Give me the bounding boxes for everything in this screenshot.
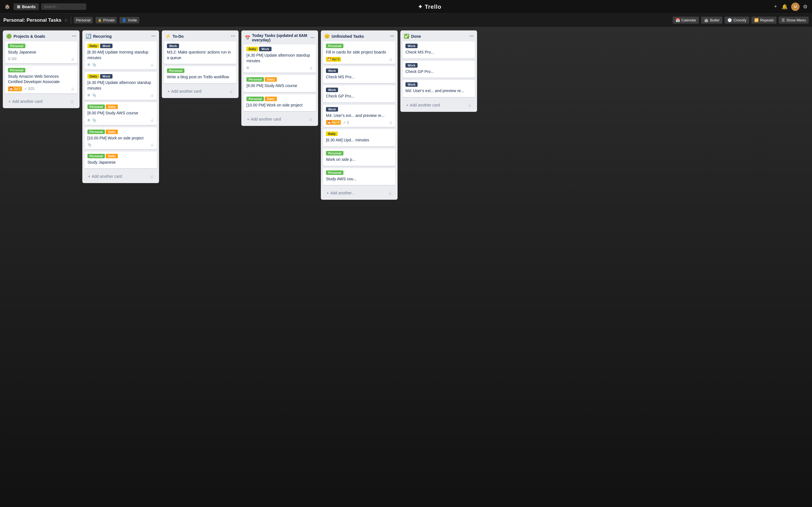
repeats-button[interactable]: 🔁 Repeats — [751, 17, 776, 24]
show-menu-button[interactable]: ☰ Show Menu — [779, 17, 809, 24]
card[interactable]: PersonalDaily[10.00 PM] Work on side pro… — [244, 94, 316, 112]
print-card-icon[interactable]: 🖨 — [71, 57, 74, 61]
card[interactable]: PersonalDailyStudy Japanese — [85, 152, 157, 169]
card-labels: Personal — [8, 68, 74, 72]
card[interactable]: PersonalStudy Amazon Web Services Certif… — [5, 66, 77, 94]
boards-button[interactable]: ⊞ Boards — [13, 3, 39, 10]
print-list-icon[interactable]: 🖨 — [149, 174, 153, 179]
card-title: [4.30 PM] Update afternoon standup minut… — [246, 53, 313, 64]
add-card-button[interactable]: +Add another card🖨 — [85, 172, 157, 181]
add-card-button[interactable]: +Add another card🖨 — [164, 87, 236, 96]
invite-button[interactable]: 👤 Invite — [119, 17, 139, 23]
card-title: [10.00 PM] Work on side project — [87, 135, 154, 141]
card[interactable]: WorkCheck MS Pro... — [323, 66, 395, 83]
cronofy-icon: 🕐 — [727, 18, 732, 22]
list-menu-button[interactable]: ··· — [72, 33, 76, 39]
list-icon: 📅 — [245, 35, 250, 41]
card[interactable]: PersonalWork on side p... — [323, 149, 395, 166]
print-list-icon[interactable]: 🖨 — [229, 89, 233, 94]
card[interactable]: WorkCheck GP Pro... — [403, 61, 475, 78]
avatar[interactable]: U — [791, 3, 800, 11]
label-green: Personal — [326, 170, 343, 175]
card[interactable]: PersonalDaily[8.00 PM] Study AWS course≡… — [85, 102, 157, 125]
label-orange: Daily — [106, 105, 117, 109]
search-input[interactable] — [41, 3, 86, 10]
list-cards: DailyWork[4.30 PM] Update afternoon stan… — [241, 45, 318, 114]
card[interactable]: WorkM3.2: Make questions' actions run in… — [164, 41, 236, 64]
card[interactable]: WorkM4: User's ext... and preview re... — [403, 80, 475, 97]
list-menu-button[interactable]: ··· — [390, 33, 394, 39]
star-button[interactable]: ☆ — [64, 18, 68, 22]
cronofy-button[interactable]: 🕐 Cronofy — [725, 17, 749, 24]
card[interactable]: DailyWork[8.30 AM] Update morning standu… — [85, 41, 157, 69]
print-card-icon[interactable]: 🖨 — [309, 66, 313, 70]
card[interactable]: PersonalStudy AWS cou... — [323, 168, 395, 185]
list-menu-button[interactable]: ··· — [469, 33, 474, 39]
label-green: Personal — [87, 129, 105, 134]
card-footer: ⏰ Apr 9✓ 3🖨 — [326, 120, 393, 125]
add-icon[interactable]: + — [773, 3, 778, 11]
card[interactable]: Daily[8.30 AM] Upd... minutes — [323, 129, 395, 147]
list-cards: WorkM3.2: Make questions' actions run in… — [162, 41, 239, 86]
card-labels: PersonalDaily — [87, 129, 154, 134]
checklist-badge: ☑ 0/2 — [8, 57, 17, 61]
print-card-icon[interactable]: 🖨 — [389, 57, 393, 61]
settings-icon[interactable]: ⚙ — [802, 3, 809, 11]
print-list-icon[interactable]: 🖨 — [70, 99, 74, 104]
print-card-icon[interactable]: 🖨 — [150, 143, 154, 147]
card[interactable]: WorkCheck GP Pro... — [323, 86, 395, 103]
card-title: [8.30 AM] Upd... minutes — [326, 137, 393, 143]
privacy-tag[interactable]: 🔒 Private — [96, 17, 117, 23]
add-card-button[interactable]: +Add another card🖨 — [403, 101, 475, 110]
add-card-button[interactable]: +Add another card🖨 — [5, 97, 77, 106]
card[interactable]: PersonalDaily[10.00 PM] Work on side pro… — [85, 127, 157, 149]
card[interactable]: DailyWork[4.30 PM] Update afternoon stan… — [244, 45, 316, 73]
board-header-right: 📅 Calendar 🤖 Butler 🕐 Cronofy 🔁 Repeats … — [673, 17, 809, 24]
notification-icon[interactable]: 🔔 — [780, 3, 789, 11]
card[interactable]: PersonalFill in cards for side project b… — [323, 41, 395, 64]
card[interactable]: PersonalWrite a blog post on Trello work… — [164, 66, 236, 83]
home-icon[interactable]: 🏠 — [3, 3, 11, 10]
card-labels: DailyWork — [246, 47, 313, 51]
print-card-icon[interactable]: 🖨 — [150, 63, 154, 67]
board-header: Personal: Personal Tasks ☆ Personal 🔒 Pr… — [0, 13, 812, 27]
calendar-button[interactable]: 📅 Calendar — [673, 17, 699, 24]
visibility-tag[interactable]: Personal — [74, 17, 93, 23]
board-area: 🟢Projects & Goals···PersonalStudy Japane… — [0, 27, 812, 507]
print-list-icon[interactable]: 🖨 — [467, 103, 471, 107]
card-footer: ≡📎🖨 — [87, 93, 154, 98]
card[interactable]: PersonalDaily[8.00 PM] Study AWS course — [244, 75, 316, 92]
calendar-icon: 📅 — [675, 18, 680, 22]
attachment-icon: 📎 — [92, 118, 96, 122]
print-card-icon[interactable]: 🖨 — [71, 87, 74, 91]
description-icon: ≡ — [87, 93, 90, 98]
list-menu-button[interactable]: ··· — [310, 35, 315, 41]
card-title: Study Japanese — [87, 160, 154, 165]
description-icon: ≡ — [87, 118, 90, 123]
description-icon: ≡ — [87, 62, 90, 67]
top-navigation: 🏠 ⊞ Boards ✦ Trello + 🔔 U ⚙ — [0, 0, 812, 13]
add-card-button[interactable]: +Add another card🖨 — [244, 115, 316, 124]
print-list-icon[interactable]: 🖨 — [388, 191, 392, 195]
list-cards: PersonalStudy Japanese☑ 0/2🖨PersonalStud… — [3, 41, 80, 96]
card-labels: Personal — [326, 170, 393, 175]
card-footer: ⏰ Jul 1✓ 2/21🖨 — [8, 87, 74, 91]
card[interactable]: WorkM4: User's ext... and preview re...⏰… — [323, 105, 395, 127]
list-header: ✅Done··· — [400, 31, 477, 41]
label-dark: Work — [100, 44, 112, 48]
butler-button[interactable]: 🤖 Butler — [701, 17, 722, 24]
card[interactable]: WorkCheck MS Pro... — [403, 41, 475, 59]
add-card-button[interactable]: +Add another...🖨 — [323, 188, 395, 198]
list-header: 🟢Projects & Goals··· — [3, 31, 80, 41]
list-menu-button[interactable]: ··· — [231, 33, 235, 39]
card[interactable]: DailyWork[4.30 PM] Update afternoon stan… — [85, 72, 157, 100]
list-menu-button[interactable]: ··· — [151, 33, 156, 39]
print-card-icon[interactable]: 🖨 — [150, 93, 154, 98]
print-card-icon[interactable]: 🖨 — [150, 118, 154, 122]
print-list-icon[interactable]: 🖨 — [308, 117, 312, 121]
card-title: Study Amazon Web Services Certified Deve… — [8, 74, 74, 85]
card[interactable]: PersonalStudy Japanese☑ 0/2🖨 — [5, 41, 77, 63]
print-card-icon[interactable]: 🖨 — [389, 120, 393, 124]
label-dark: Work — [326, 68, 338, 73]
card-title: Check GP Pro... — [326, 94, 393, 99]
